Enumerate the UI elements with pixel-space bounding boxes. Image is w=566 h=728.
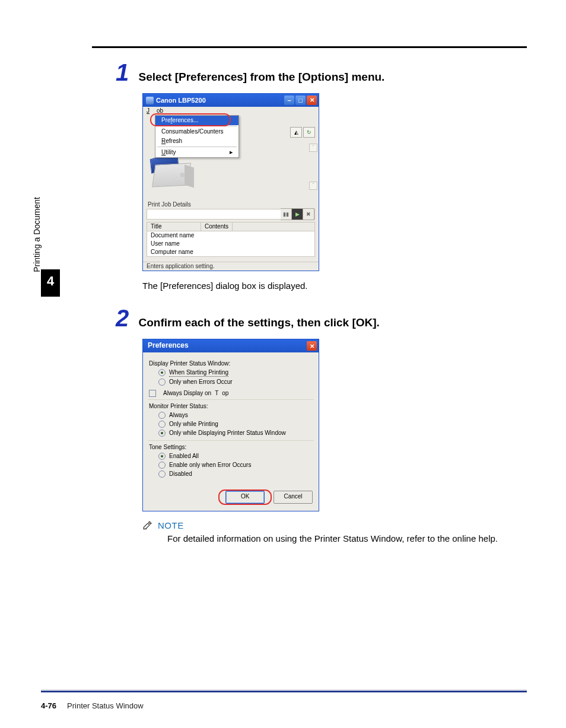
note-label: NOTE bbox=[158, 520, 184, 530]
app-icon bbox=[146, 97, 154, 104]
window-title: Canon LBP5200 bbox=[156, 97, 282, 104]
screenshot-preferences-dialog: Preferences ✕ Display Printer Status Win… bbox=[142, 339, 319, 511]
step-1-number: 1 bbox=[116, 59, 136, 86]
menu-job[interactable]: Job bbox=[147, 107, 163, 114]
table-row: Document name bbox=[147, 231, 314, 240]
radio-icon bbox=[158, 379, 166, 386]
table-row: User name bbox=[147, 240, 314, 248]
step-2-body: Preferences ✕ Display Printer Status Win… bbox=[142, 339, 524, 545]
page-footer: 4-76 Printer Status Window bbox=[41, 701, 144, 710]
menu-item-utility[interactable]: Utility bbox=[155, 148, 239, 157]
group-monitor: Always Only while Printing Only while Di… bbox=[149, 411, 313, 437]
dialog-title: Preferences bbox=[148, 341, 307, 351]
note-text: For detailed information on using the Pr… bbox=[167, 533, 524, 545]
chapter-number: 4 bbox=[41, 274, 60, 288]
job-bar: ▮▮ ▶ ✖ bbox=[147, 209, 315, 220]
toolbar-right: ◭ ↻ bbox=[290, 127, 315, 138]
menu-item-consumables[interactable]: Consumables/Counters bbox=[155, 127, 239, 136]
maximize-button[interactable]: □ bbox=[295, 96, 306, 105]
opt-always[interactable]: Always bbox=[158, 411, 313, 419]
chapter-name-vertical: Printing a Document bbox=[32, 197, 42, 304]
col-contents: Contents bbox=[201, 222, 233, 231]
window-titlebar: Canon LBP5200 – □ ✕ bbox=[143, 94, 319, 107]
step-2: 2 Confirm each of the settings, then cli… bbox=[116, 305, 524, 545]
separator bbox=[148, 440, 314, 441]
step-1-caption: The [Preferences] dialog box is displaye… bbox=[142, 281, 524, 291]
step-2-title: Confirm each of the settings, then click… bbox=[138, 316, 379, 329]
note-block: NOTE For detailed information on using t… bbox=[142, 520, 524, 545]
radio-icon bbox=[158, 369, 166, 376]
dialog-close-button[interactable]: ✕ bbox=[307, 341, 317, 351]
toolbar-button-1[interactable]: ◭ bbox=[290, 127, 302, 138]
toolbar-button-refresh[interactable]: ↻ bbox=[303, 127, 315, 138]
note-heading: NOTE bbox=[142, 520, 524, 530]
table-row: Computer name bbox=[147, 248, 314, 256]
opt-enable-error[interactable]: Enable only when Error Occurs bbox=[158, 461, 313, 469]
radio-icon bbox=[158, 412, 166, 419]
radio-icon bbox=[158, 471, 166, 478]
dialog-buttons: OK Cancel bbox=[143, 486, 319, 511]
minimize-button[interactable]: – bbox=[284, 96, 294, 105]
printer-brand-icon: ⊕ bbox=[180, 172, 185, 178]
job-pause-button[interactable]: ▮▮ bbox=[281, 208, 292, 220]
table-header: Title Contents bbox=[147, 222, 314, 231]
status-bar: Enters application setting. bbox=[143, 262, 319, 271]
separator bbox=[148, 399, 314, 400]
group-tone: Enabled All Enable only when Error Occur… bbox=[149, 452, 313, 478]
callout-ring-ok: OK bbox=[218, 489, 272, 505]
chk-always-top[interactable]: Always Display on Top bbox=[149, 389, 313, 397]
menu-bar: Job bbox=[143, 107, 319, 115]
top-rule bbox=[92, 46, 527, 48]
print-job-label: Print Job Details bbox=[143, 198, 319, 209]
close-button[interactable]: ✕ bbox=[307, 96, 317, 105]
pencil-icon bbox=[142, 520, 153, 530]
opt-only-printing[interactable]: Only while Printing bbox=[158, 420, 313, 428]
step-2-number: 2 bbox=[116, 305, 136, 332]
opt-disabled[interactable]: Disabled bbox=[158, 470, 313, 478]
step-1-body: Canon LBP5200 – □ ✕ Job Preferences... bbox=[142, 93, 524, 291]
col-title: Title bbox=[147, 222, 201, 231]
scroll-down-icon: ˅ bbox=[309, 182, 317, 190]
job-delete-button[interactable]: ✖ bbox=[303, 208, 314, 220]
step-1-title: Select [Preferences] from the [Options] … bbox=[138, 71, 384, 83]
opt-when-starting[interactable]: When Starting Printing bbox=[158, 368, 313, 377]
radio-icon bbox=[158, 462, 166, 469]
radio-icon bbox=[158, 453, 166, 460]
step-1: 1 Select [Preferences] from the [Options… bbox=[116, 59, 524, 291]
group-display-label: Display Printer Status Window: bbox=[149, 360, 313, 367]
scroll-up-icon: ˄ bbox=[309, 144, 317, 152]
opt-only-errors[interactable]: Only when Errors Occur bbox=[158, 378, 313, 386]
job-controls: ▮▮ ▶ ✖ bbox=[281, 208, 314, 220]
group-tone-label: Tone Settings: bbox=[149, 443, 313, 451]
bottom-rule bbox=[41, 689, 527, 692]
window-client-area: Preferences... Consumables/Counters Refr… bbox=[143, 115, 319, 198]
chapter-tab: 4 bbox=[41, 269, 60, 297]
menu-item-refresh[interactable]: Refresh bbox=[155, 136, 239, 146]
options-menu-dropdown: Preferences... Consumables/Counters Refr… bbox=[155, 115, 239, 158]
page-name: Printer Status Window bbox=[67, 701, 144, 710]
window-controls: – □ ✕ bbox=[284, 96, 317, 105]
job-details-table: Title Contents Document name User name C… bbox=[147, 222, 315, 257]
dialog-titlebar: Preferences ✕ bbox=[143, 339, 319, 352]
opt-only-displaying[interactable]: Only while Displaying Printer Status Win… bbox=[158, 429, 313, 437]
checkbox-icon bbox=[149, 390, 156, 397]
job-play-button[interactable]: ▶ bbox=[292, 208, 303, 220]
dialog-body: Display Printer Status Window: When Star… bbox=[143, 352, 319, 486]
row-label: Document name bbox=[147, 231, 201, 240]
page-number: 4-76 bbox=[41, 701, 56, 710]
page-content: 1 Select [Preferences] from the [Options… bbox=[116, 59, 524, 557]
menu-item-preferences[interactable]: Preferences... bbox=[155, 116, 239, 125]
opt-enabled-all[interactable]: Enabled All bbox=[158, 452, 313, 460]
cancel-button[interactable]: Cancel bbox=[274, 491, 313, 504]
screenshot-status-window: Canon LBP5200 – □ ✕ Job Preferences... bbox=[142, 93, 319, 271]
row-label: Computer name bbox=[147, 248, 201, 256]
group-monitor-label: Monitor Printer Status: bbox=[149, 402, 313, 410]
radio-icon bbox=[158, 421, 166, 428]
group-display: When Starting Printing Only when Errors … bbox=[149, 368, 313, 386]
row-label: User name bbox=[147, 240, 201, 248]
scroll-hint: ˄ ˅ bbox=[309, 144, 316, 190]
radio-icon bbox=[158, 430, 166, 437]
ok-button[interactable]: OK bbox=[225, 491, 265, 504]
